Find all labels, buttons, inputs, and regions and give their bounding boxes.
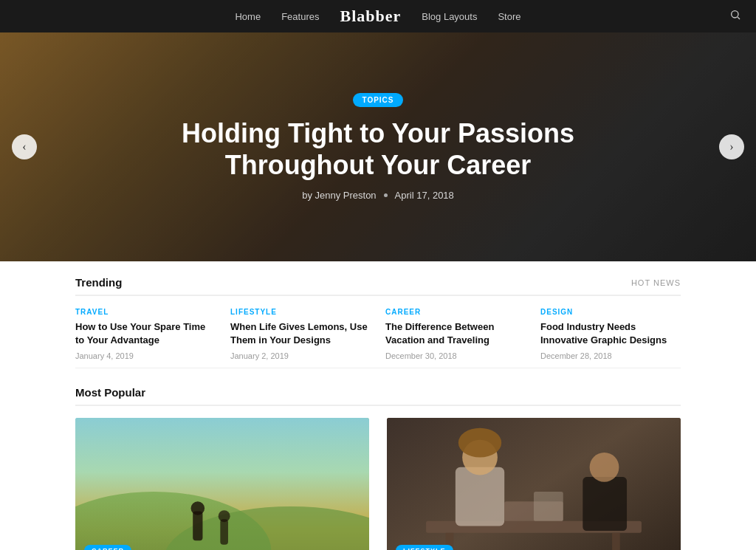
trending-date: December 28, 2018	[540, 351, 681, 360]
trending-item: LIFESTYLE When Life Gives Lemons, Use Th…	[230, 308, 371, 360]
hero-section: ‹ TOPICS Holding Tight to Your Passions …	[0, 32, 756, 261]
nav-links: Home Features Blabber Blog Layouts Store	[235, 7, 520, 26]
svg-rect-7	[220, 520, 228, 545]
trending-category: CAREER	[385, 308, 526, 316]
hero-author: by Jenny Preston	[302, 190, 376, 201]
trending-section: Trending HOT NEWS TRAVEL How to Use Your…	[75, 261, 681, 368]
svg-point-0	[732, 11, 738, 18]
svg-point-15	[458, 428, 501, 458]
svg-line-1	[738, 17, 740, 19]
popular-section: Most Popular	[75, 368, 681, 550]
popular-card: CAREER What Keeps Us Going: Find Your Wa…	[75, 418, 369, 550]
nav-blog-layouts[interactable]: Blog Layouts	[422, 11, 477, 22]
trending-item-title[interactable]: How to Use Your Spare Time to Your Advan…	[75, 320, 216, 347]
nav-brand[interactable]: Blabber	[340, 7, 401, 26]
navigation: Home Features Blabber Blog Layouts Store	[0, 0, 756, 32]
hero-prev-button[interactable]: ‹	[12, 134, 37, 159]
popular-card-tag: LIFESTYLE	[396, 545, 453, 550]
trending-date: December 30, 2018	[385, 351, 526, 360]
popular-card-tag: CAREER	[84, 545, 131, 550]
svg-rect-6	[191, 502, 205, 516]
hero-next-button[interactable]: ›	[719, 134, 744, 159]
hero-tag: TOPICS	[353, 93, 402, 107]
hot-news-label: HOT NEWS	[631, 278, 681, 287]
trending-item-title[interactable]: Food Industry Needs Innovative Graphic D…	[540, 320, 681, 347]
trending-title: Trending	[75, 276, 122, 289]
hero-content: TOPICS Holding Tight to Your Passions Th…	[127, 93, 629, 201]
trending-item: CAREER The Difference Between Vacation a…	[385, 308, 526, 360]
popular-grid: CAREER What Keeps Us Going: Find Your Wa…	[75, 418, 681, 550]
svg-point-17	[590, 453, 619, 482]
nav-features[interactable]: Features	[281, 11, 319, 22]
svg-rect-12	[612, 533, 620, 550]
search-icon[interactable]	[729, 9, 741, 24]
popular-title: Most Popular	[75, 386, 145, 399]
trending-category: LIFESTYLE	[230, 308, 371, 316]
nav-store[interactable]: Store	[498, 11, 520, 22]
popular-header: Most Popular	[75, 386, 681, 406]
trending-category: TRAVEL	[75, 308, 216, 316]
main-content: Trending HOT NEWS TRAVEL How to Use Your…	[0, 261, 756, 550]
trending-item: DESIGN Food Industry Needs Innovative Gr…	[540, 308, 681, 360]
content-container: Trending HOT NEWS TRAVEL How to Use Your…	[61, 261, 695, 550]
svg-rect-13	[456, 467, 504, 526]
trending-header: Trending HOT NEWS	[75, 276, 681, 296]
hero-meta: by Jenny Preston April 17, 2018	[157, 190, 599, 201]
popular-card: LIFESTYLE There Is No Way People Can Tak…	[387, 418, 681, 550]
popular-card-image[interactable]: CAREER	[75, 418, 369, 550]
trending-grid: TRAVEL How to Use Your Spare Time to You…	[75, 308, 681, 360]
trending-item-title[interactable]: The Difference Between Vacation and Trav…	[385, 320, 526, 347]
trending-date: January 2, 2019	[230, 351, 371, 360]
trending-date: January 4, 2019	[75, 351, 216, 360]
svg-rect-8	[219, 511, 230, 523]
running-image	[75, 418, 369, 550]
hero-title: Holding Tight to Your Passions Throughou…	[157, 117, 599, 181]
trending-item-title[interactable]: When Life Gives Lemons, Use Them in Your…	[230, 320, 371, 347]
popular-card-image[interactable]: LIFESTYLE	[387, 418, 681, 550]
workshop-image	[387, 418, 681, 550]
trending-category: DESIGN	[540, 308, 681, 316]
svg-rect-19	[534, 492, 563, 521]
svg-rect-5	[193, 512, 202, 541]
hero-dot	[384, 193, 388, 197]
nav-home[interactable]: Home	[235, 11, 261, 22]
hero-date: April 17, 2018	[395, 190, 454, 201]
trending-item: TRAVEL How to Use Your Spare Time to You…	[75, 308, 216, 360]
svg-rect-16	[583, 477, 627, 531]
